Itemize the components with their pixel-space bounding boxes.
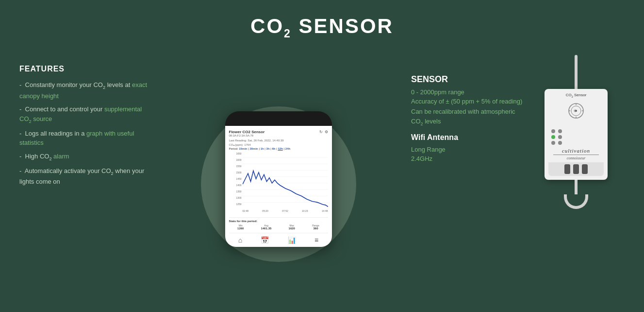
brand-text: cultivation connoisseur [548,148,604,160]
period-3h[interactable]: 3h [266,147,270,150]
sensor-info-section: SENSOR 0 - 2000ppm range Accuracy of ± (… [401,55,528,164]
stat-max-label: Max [289,224,295,227]
chart-y-labels: 1650 1600 1550 1500 1450 1400 1350 1300 … [229,152,243,206]
chart-area: 1650 1600 1550 1500 1450 1400 1350 1300 … [229,152,328,215]
nav-home-icon[interactable]: ⌂ [238,236,242,244]
stat-range-value: 360 [312,227,319,230]
dot-row-1 [551,129,604,133]
feature-item-1: - Constantly monitor your CO2 levels at … [19,80,155,101]
stats-title: Stats for this period: [229,220,328,223]
chart-svg [243,152,328,211]
brand-sub: connoisseur [548,156,604,160]
period-15min[interactable]: 15min [239,147,247,150]
stat-avg-value: 1461.35 [261,227,272,230]
svg-point-14 [575,110,577,112]
phone-notch [264,117,293,123]
dot-1 [551,129,555,133]
stat-range: Range 360 [312,224,319,230]
device-dots [548,129,604,145]
screen-app-subtitle: 08:3A:F2:3A:5A:78 [229,134,265,137]
dot-green [551,135,555,139]
feature-item-5: - Automatically activate your CO2 when y… [19,166,155,187]
device-ports [548,162,604,176]
nav-chart-icon[interactable]: 📊 [288,236,296,244]
sensor-spec-1: 0 - 2000ppm range [411,88,528,96]
device-box: CO2 Sensor [545,89,608,180]
stat-min: Min 1260 [237,224,244,230]
feature-item-4: - High CO2 alarm [19,152,155,162]
page-title: CO2 SENSOR [0,0,644,40]
cable-top [575,55,578,89]
period-30min[interactable]: 30min [249,147,258,150]
brand-divider [553,155,599,155]
device-sensor-svg [564,101,588,125]
nav-calendar-icon[interactable]: 📅 [261,236,269,244]
period-24h[interactable]: 24h [285,147,290,150]
dot-5 [558,141,562,145]
sensor-section-title: SENSOR [411,74,528,85]
stat-range-label: Range [312,224,319,227]
dot-row-3 [551,141,604,145]
cable-loop [564,194,588,209]
stats-section: Stats for this period: Min 1260 Avg 1461… [229,217,328,233]
refresh-icon[interactable]: ↻ [319,130,323,134]
phone-bottom-nav: ⌂ 📅 📊 ≡ [229,233,328,247]
cable-bottom [575,180,578,194]
wifi-spec-1: Long Range [411,146,528,153]
device-container: CO2 Sensor [528,55,625,209]
period-selector: Period: 15min | 30min | 1h | 3h | 6h | 1… [229,147,328,150]
feature-item-3: - Logs all readings in a graph with usef… [19,129,155,148]
port-1 [564,164,570,174]
stat-avg: Avg 1461.35 [261,224,272,230]
stat-max: Max 1620 [289,224,295,230]
phone-screen: Flower CO2 Sensor 08:3A:F2:3A:5A:78 ↻ ⚙ … [225,126,332,247]
nav-settings-icon[interactable]: ≡ [314,236,318,244]
wifi-spec-2: 2.4GHz [411,155,528,162]
device-label: CO2 Sensor [548,93,604,98]
phone-container: Flower CO2 Sensor 08:3A:F2:3A:5A:78 ↻ ⚙ … [155,55,401,298]
stat-max-value: 1620 [289,227,295,230]
device-icon-area [548,101,604,125]
phone-mockup: Flower CO2 Sensor 08:3A:F2:3A:5A:78 ↻ ⚙ … [225,111,332,247]
screen-header: Flower CO2 Sensor 08:3A:F2:3A:5A:78 ↻ ⚙ [229,130,328,137]
feature-item-2: - Connect to and control your supplement… [19,104,155,125]
wifi-title: Wifi Antenna [411,133,528,142]
stat-min-value: 1260 [237,227,244,230]
stats-row: Min 1260 Avg 1461.35 Max 1620 Range [229,224,328,230]
features-section: FEATURES - Constantly monitor your CO2 l… [19,55,155,190]
features-title: FEATURES [19,65,155,73]
screen-icons: ↻ ⚙ [319,130,328,134]
period-6h[interactable]: 6h [272,147,276,150]
dot-4 [551,141,555,145]
dot-row-2 [551,135,604,139]
period-1h[interactable]: 1h [261,147,264,150]
period-12h[interactable]: 12h [278,147,282,150]
co2-reading: CO₂ (ppm): 1764 [229,143,328,146]
sensor-spec-3: Can be recalibrated with atmospheric CO2… [411,107,528,127]
chart-x-labels: 02:48 05:20 07:52 10:23 14:48 [243,209,328,215]
brand-main: cultivation [548,148,604,154]
port-3 [582,164,588,174]
dot-3 [558,135,562,139]
last-reading: Last Reading: Sat, 26 Feb, 2022, 14:40:3… [229,139,328,142]
dot-2 [558,129,562,133]
port-2 [573,164,579,174]
screen-app-title: Flower CO2 Sensor [229,130,265,134]
sensor-spec-2: Accuracy of ± (50 ppm + 5% of reading) [411,98,528,105]
settings-icon[interactable]: ⚙ [325,130,328,134]
